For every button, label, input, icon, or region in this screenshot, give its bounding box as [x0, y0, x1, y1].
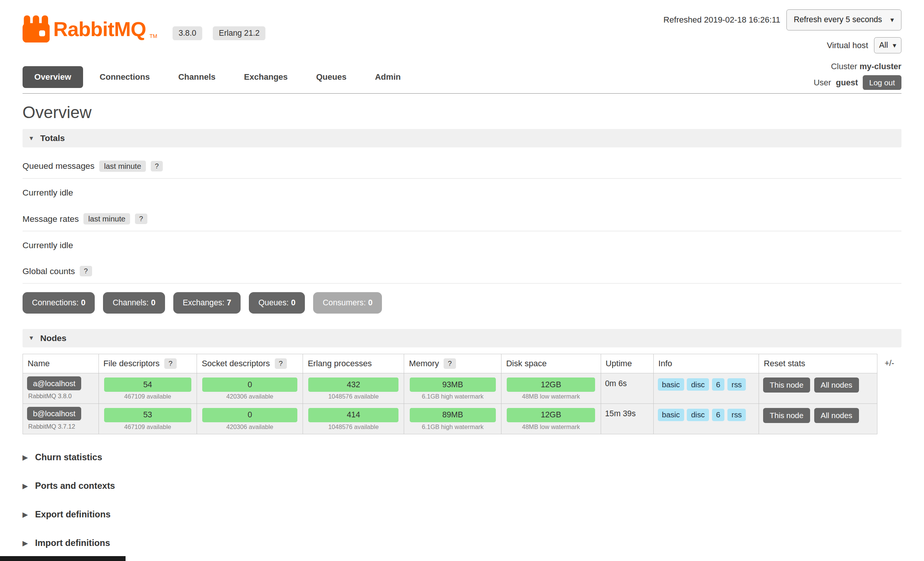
- col-disk-space: Disk space: [501, 354, 601, 373]
- tab-admin[interactable]: Admin: [363, 66, 413, 88]
- memory-value-bar: 93MB: [410, 378, 496, 392]
- queued-idle-text: Currently idle: [23, 179, 901, 200]
- disk-watermark: 48MB low watermark: [506, 393, 597, 400]
- cluster-row: Cluster my-cluster: [831, 62, 901, 71]
- tab-queues[interactable]: Queues: [304, 66, 358, 88]
- nodes-section-header[interactable]: ▼ Nodes: [23, 329, 901, 347]
- reset-stats-cell: This node All nodes: [759, 404, 877, 434]
- col-memory: Memory?: [404, 354, 501, 373]
- proc-available: 1048576 available: [307, 393, 400, 400]
- connections-count-label: Connections:: [32, 298, 79, 307]
- erlang-processes-cell: 414 1048576 available: [303, 404, 404, 434]
- user-name: guest: [836, 78, 858, 88]
- collapse-triangle-icon: ▼: [29, 135, 35, 142]
- sd-help-icon[interactable]: ?: [275, 358, 287, 369]
- col-socket-descriptors: Socket descriptors?: [197, 354, 303, 373]
- channels-count-value: 0: [151, 298, 156, 307]
- virtual-host-select[interactable]: All ▾: [874, 37, 901, 53]
- rabbitmq-logo-icon: [23, 15, 50, 42]
- queued-messages-label: Queued messages: [23, 161, 95, 171]
- disk-value-bar: 12GB: [507, 378, 595, 392]
- import-definitions-section[interactable]: ▶ Import definitions: [23, 538, 901, 548]
- churn-statistics-section[interactable]: ▶ Churn statistics: [23, 452, 901, 462]
- queues-count-label: Queues:: [259, 298, 289, 307]
- fd-available: 467109 available: [103, 393, 193, 400]
- col-erlang-processes: Erlang processes: [303, 354, 404, 373]
- reset-this-node-button[interactable]: This node: [763, 378, 810, 393]
- info-badge-cores: 6: [712, 409, 724, 421]
- sd-available: 420306 available: [201, 423, 298, 431]
- socket-descriptors-cell: 0 420306 available: [197, 373, 303, 404]
- nodes-table-wrap: Name File descriptors? Socket descriptor…: [23, 354, 901, 434]
- info-badge-rss: rss: [727, 409, 746, 421]
- info-badge-disc: disc: [687, 378, 709, 391]
- reset-all-nodes-button[interactable]: All nodes: [814, 408, 859, 423]
- refresh-interval-select[interactable]: Refresh every 5 seconds ▾: [786, 9, 901, 30]
- expand-triangle-icon: ▶: [23, 510, 28, 519]
- exchanges-count-pill[interactable]: Exchanges:7: [173, 292, 241, 314]
- rates-idle-text: Currently idle: [23, 231, 901, 253]
- memory-watermark: 6.1GB high watermark: [408, 393, 497, 400]
- fd-available: 467109 available: [103, 423, 193, 431]
- export-definitions-section[interactable]: ▶ Export definitions: [23, 509, 901, 520]
- memory-help-icon[interactable]: ?: [444, 358, 456, 369]
- disk-space-cell: 12GB 48MB low watermark: [501, 404, 601, 434]
- channels-count-pill[interactable]: Channels:0: [103, 292, 165, 314]
- info-cell: basic disc 6 rss: [653, 404, 759, 434]
- column-toggle-control[interactable]: +/-: [885, 354, 894, 368]
- rates-help-icon[interactable]: ?: [135, 214, 147, 224]
- memory-watermark: 6.1GB high watermark: [408, 423, 497, 431]
- erlang-processes-cell: 432 1048576 available: [303, 373, 404, 404]
- info-badge-disc: disc: [687, 409, 709, 421]
- uptime-value: 15m 39s: [605, 407, 649, 418]
- sd-available: 420306 available: [201, 393, 298, 400]
- col-name: Name: [23, 354, 98, 373]
- rabbitmq-logo[interactable]: RabbitMQ TM: [23, 15, 157, 42]
- fd-value-bar: 54: [104, 378, 191, 392]
- sd-value-bar: 0: [202, 408, 297, 422]
- reset-all-nodes-button[interactable]: All nodes: [814, 378, 859, 393]
- queues-count-pill[interactable]: Queues:0: [249, 292, 305, 314]
- user-label: User: [813, 78, 831, 88]
- refresh-row: Refreshed 2019-02-18 16:26:11 Refresh ev…: [663, 9, 901, 30]
- node-name-badge[interactable]: b@localhost: [27, 407, 81, 421]
- ports-and-contexts-section[interactable]: ▶ Ports and contexts: [23, 481, 901, 491]
- global-counts-help-icon[interactable]: ?: [80, 266, 92, 276]
- uptime-cell: 0m 6s: [601, 373, 653, 404]
- main-nav: Overview Connections Channels Exchanges …: [23, 66, 413, 88]
- logout-button[interactable]: Log out: [863, 75, 901, 90]
- node-version: RabbitMQ 3.7.12: [27, 423, 94, 431]
- info-badge-basic: basic: [658, 409, 684, 421]
- refreshed-timestamp: Refreshed 2019-02-18 16:26:11: [663, 15, 780, 25]
- proc-value-bar: 432: [308, 378, 398, 392]
- rates-last-minute-badge: last minute: [83, 213, 130, 224]
- tab-overview[interactable]: Overview: [23, 66, 83, 88]
- proc-available: 1048576 available: [307, 423, 400, 431]
- nodes-table-header-row: Name File descriptors? Socket descriptor…: [23, 354, 877, 373]
- bottom-partial-bar: [0, 556, 126, 561]
- connections-count-pill[interactable]: Connections:0: [23, 292, 95, 314]
- message-rates-label: Message rates: [23, 214, 79, 224]
- export-definitions-label: Export definitions: [35, 509, 111, 520]
- disk-watermark: 48MB low watermark: [506, 423, 597, 431]
- virtual-host-row: Virtual host All ▾: [827, 37, 901, 53]
- node-name-badge[interactable]: a@localhost: [27, 376, 81, 390]
- memory-cell: 89MB 6.1GB high watermark: [404, 404, 501, 434]
- queued-help-icon[interactable]: ?: [151, 161, 163, 171]
- expand-triangle-icon: ▶: [23, 453, 28, 462]
- channels-count-label: Channels:: [113, 298, 149, 307]
- header-right: Refreshed 2019-02-18 16:26:11 Refresh ev…: [663, 9, 901, 90]
- node-version: RabbitMQ 3.8.0: [27, 393, 94, 400]
- refresh-interval-value: Refresh every 5 seconds: [794, 15, 882, 24]
- tab-channels[interactable]: Channels: [167, 66, 227, 88]
- nodes-table: Name File descriptors? Socket descriptor…: [23, 354, 877, 434]
- global-counts-header: Global counts ?: [23, 260, 901, 283]
- tab-exchanges[interactable]: Exchanges: [232, 66, 299, 88]
- consumers-count-value: 0: [368, 298, 373, 307]
- tab-connections[interactable]: Connections: [88, 66, 162, 88]
- totals-section-header[interactable]: ▼ Totals: [23, 129, 901, 147]
- fd-help-icon[interactable]: ?: [164, 358, 177, 369]
- col-uptime: Uptime: [601, 354, 653, 373]
- user-row: User guest Log out: [813, 75, 901, 90]
- reset-this-node-button[interactable]: This node: [763, 408, 810, 423]
